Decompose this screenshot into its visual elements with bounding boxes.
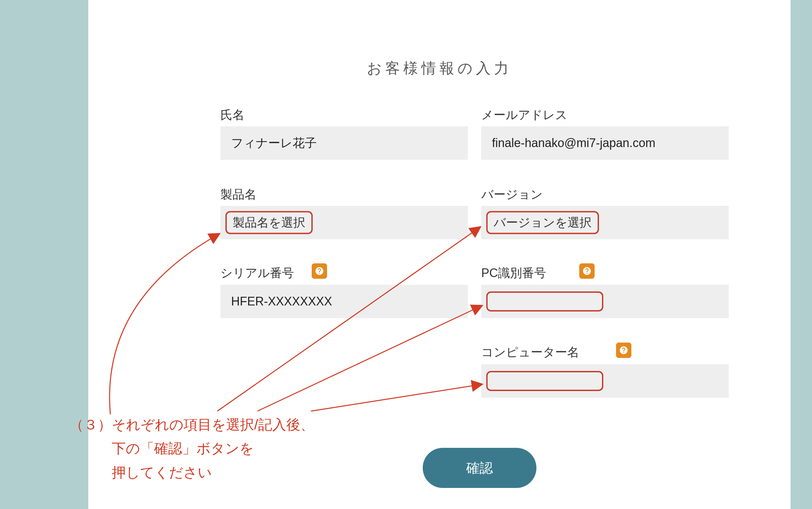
product-select-chip[interactable]: 製品名を選択 [225, 211, 313, 234]
email-label: メールアドレス [481, 107, 567, 123]
version-select-chip[interactable]: バージョンを選択 [486, 211, 599, 234]
version-select[interactable]: バージョンを選択 [481, 206, 729, 239]
version-label: バージョン [481, 186, 543, 203]
compname-input-outline[interactable] [486, 371, 603, 391]
confirm-button[interactable]: 確認 [423, 448, 537, 488]
help-icon[interactable] [312, 263, 327, 279]
serial-field[interactable]: HFER-XXXXXXXX [220, 285, 468, 318]
email-field[interactable]: finale-hanako@mi7-japan.com [481, 126, 729, 160]
pcid-label: PC識別番号 [481, 265, 546, 281]
serial-label: シリアル番号 [220, 265, 294, 281]
page-title: お客様情報の入力 [88, 59, 790, 78]
serial-value: HFER-XXXXXXXX [231, 295, 332, 308]
name-value: フィナーレ花子 [231, 135, 317, 151]
email-value: finale-hanako@mi7-japan.com [492, 136, 655, 150]
pcid-input-outline[interactable] [486, 292, 603, 311]
annotation-text: （３）それぞれの項目を選択/記入後、 下の「確認」ボタンを 押してください [70, 413, 314, 484]
compname-label: コンピューター名 [481, 344, 579, 361]
name-field[interactable]: フィナーレ花子 [220, 126, 468, 160]
name-label: 氏名 [220, 107, 245, 123]
help-icon[interactable] [616, 343, 631, 358]
compname-field[interactable] [481, 364, 729, 398]
help-icon[interactable] [579, 263, 595, 279]
pcid-field[interactable] [481, 285, 729, 318]
product-select[interactable]: 製品名を選択 [220, 206, 468, 239]
product-label: 製品名 [220, 186, 257, 203]
